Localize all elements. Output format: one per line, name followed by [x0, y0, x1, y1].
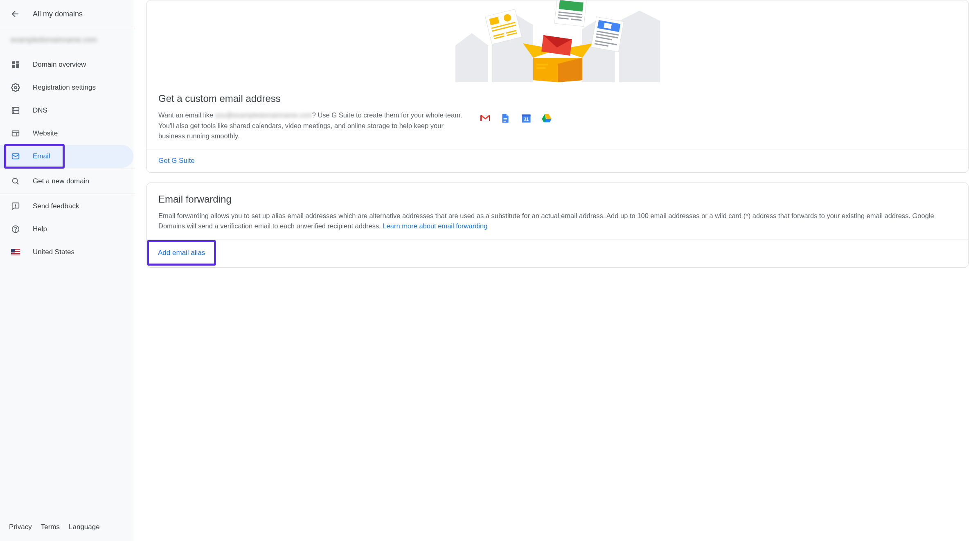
svg-rect-0 — [12, 61, 15, 64]
svg-rect-55 — [522, 115, 531, 117]
nav-item-send-feedback[interactable]: Send feedback — [0, 195, 133, 218]
svg-rect-3 — [12, 65, 15, 68]
nav-item-get-new-domain[interactable]: Get a new domain — [0, 170, 133, 193]
sidebar-title: All my domains — [33, 10, 83, 18]
nav-item-dns[interactable]: DNS — [0, 99, 133, 122]
svg-rect-24 — [536, 64, 548, 65]
help-icon — [11, 224, 20, 234]
svg-point-18 — [15, 231, 16, 231]
nav-label: United States — [33, 248, 74, 256]
gmail-icon — [480, 113, 491, 124]
email-icon — [11, 151, 20, 161]
nav-label: Registration settings — [33, 83, 96, 92]
nav-label: Domain overview — [33, 61, 86, 69]
current-domain-name: exampledomainname.com — [0, 28, 135, 53]
us-flag-icon — [11, 247, 20, 257]
dns-icon — [11, 106, 20, 115]
footer-language-link[interactable]: Language — [69, 523, 100, 531]
gsuite-actions: Get G Suite — [147, 149, 968, 172]
nav-item-email[interactable]: Email — [0, 145, 133, 168]
forwarding-title: Email forwarding — [158, 194, 957, 205]
footer-privacy-link[interactable]: Privacy — [9, 523, 32, 531]
tutorial-highlight-add-alias: Add email alias — [147, 240, 216, 266]
nav-item-domain-overview[interactable]: Domain overview — [0, 53, 133, 76]
svg-point-7 — [14, 108, 14, 109]
gsuite-card: Get a custom email address Want an email… — [146, 0, 969, 173]
sidebar-nav: Domain overview Registration settings DN… — [0, 53, 135, 168]
svg-point-16 — [15, 207, 16, 207]
svg-point-13 — [13, 178, 18, 183]
nav-label: Help — [33, 225, 47, 233]
nav-label: Email — [33, 152, 50, 160]
svg-rect-51 — [504, 118, 507, 119]
svg-point-4 — [14, 86, 17, 89]
svg-rect-9 — [12, 131, 19, 136]
sidebar: All my domains exampledomainname.com Dom… — [0, 0, 135, 541]
nav-label: Send feedback — [33, 202, 79, 210]
sidebar-nav-tertiary: Send feedback Help United States — [0, 195, 135, 264]
svg-rect-53 — [504, 121, 506, 122]
svg-text:31: 31 — [524, 117, 529, 122]
forwarding-learn-more-link[interactable]: Learn more about email forwarding — [383, 222, 487, 230]
nav-item-website[interactable]: Website — [0, 122, 133, 145]
footer-terms-link[interactable]: Terms — [41, 523, 60, 531]
svg-line-14 — [17, 183, 18, 184]
gsuite-app-icons: 31 — [480, 110, 552, 124]
feedback-icon — [11, 201, 20, 211]
back-arrow-icon[interactable] — [11, 9, 20, 19]
dashboard-icon — [11, 60, 20, 70]
footer-links: Privacy Terms Language — [0, 516, 135, 541]
email-forwarding-card: Email forwarding Email forwarding allows… — [146, 183, 969, 268]
calendar-icon: 31 — [520, 113, 532, 124]
nav-label: DNS — [33, 106, 47, 115]
docs-icon — [500, 113, 511, 124]
redacted-email: you@exampledomainname.com — [215, 110, 312, 121]
get-gsuite-button[interactable]: Get G Suite — [158, 157, 195, 165]
search-icon — [11, 176, 20, 186]
forwarding-description: Email forwarding allows you to set up al… — [158, 211, 957, 232]
divider — [0, 169, 135, 169]
main-content: Get a custom email address Want an email… — [135, 0, 980, 541]
add-email-alias-button[interactable]: Add email alias — [158, 249, 205, 257]
website-icon — [11, 128, 20, 138]
nav-label: Website — [33, 129, 58, 138]
gsuite-hero-illustration — [147, 0, 968, 82]
nav-label: Get a new domain — [33, 177, 89, 185]
svg-point-8 — [14, 112, 14, 113]
drive-icon — [541, 113, 552, 124]
forwarding-actions: Add email alias — [147, 239, 968, 267]
sidebar-header: All my domains — [0, 0, 135, 28]
nav-item-help[interactable]: Help — [0, 218, 133, 241]
gsuite-description: Want an email like you@exampledomainname… — [158, 110, 463, 142]
divider — [0, 194, 135, 194]
nav-item-country[interactable]: United States — [0, 241, 133, 264]
svg-rect-52 — [504, 119, 507, 120]
svg-rect-2 — [16, 63, 19, 68]
gear-icon — [11, 83, 20, 92]
svg-rect-1 — [16, 61, 19, 63]
gsuite-title: Get a custom email address — [158, 93, 957, 104]
svg-rect-25 — [536, 67, 545, 69]
nav-item-registration-settings[interactable]: Registration settings — [0, 76, 133, 99]
sidebar-nav-secondary: Get a new domain — [0, 170, 135, 193]
